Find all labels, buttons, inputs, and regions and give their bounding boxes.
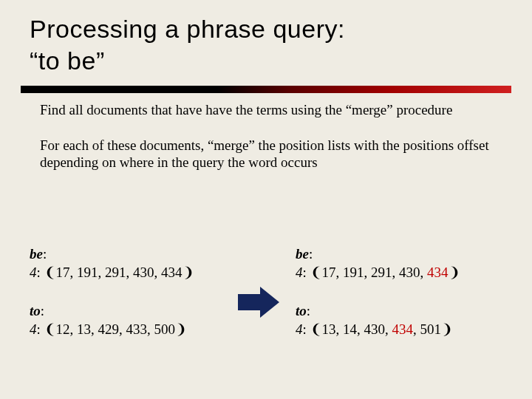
- arrow-icon: [222, 284, 296, 321]
- colon: :: [43, 246, 47, 262]
- left-be-block: be: 4: ❨17, 191, 291, 430, 434❩: [30, 245, 222, 282]
- colon: :: [37, 265, 44, 280]
- position-list: ❨12, 13, 429, 433, 500❩: [44, 321, 188, 337]
- colon: :: [309, 246, 313, 262]
- positions-pre: ❨13, 14, 430,: [310, 321, 392, 337]
- doc-id: 4: [296, 265, 303, 280]
- doc-id: 4: [296, 321, 303, 337]
- term-label: be: [296, 246, 309, 262]
- arrow-shaft: [238, 294, 260, 310]
- positions-post: ❩: [449, 265, 460, 280]
- doc-id: 4: [30, 265, 37, 280]
- colon: :: [37, 321, 44, 337]
- term-label: be: [30, 246, 43, 262]
- highlighted-position: 434: [427, 265, 449, 280]
- right-be-block: be: 4: ❨17, 191, 291, 430, 434❩: [296, 245, 502, 282]
- colon: :: [303, 321, 310, 337]
- example-left-column: be: 4: ❨17, 191, 291, 430, 434❩ to: 4: ❨…: [30, 245, 222, 360]
- title-line-1: Processing a phrase query:: [30, 15, 345, 43]
- positions-pre: ❨17, 191, 291, 430,: [310, 265, 428, 280]
- term-label: to: [30, 303, 41, 318]
- colon: :: [303, 265, 310, 280]
- left-to-block: to: 4: ❨12, 13, 429, 433, 500❩: [30, 302, 222, 338]
- example-row: be: 4: ❨17, 191, 291, 430, 434❩ to: 4: ❨…: [30, 245, 502, 360]
- title-divider: [21, 86, 511, 93]
- term-label: to: [296, 303, 307, 318]
- paragraph-1: Find all documents that have have the te…: [40, 102, 492, 118]
- arrow-head: [260, 287, 279, 318]
- paragraph-2: For each of these documents, “merge” the…: [40, 137, 492, 171]
- position-list: ❨17, 191, 291, 430, 434❩: [44, 265, 194, 280]
- body-text: Find all documents that have have the te…: [40, 102, 492, 190]
- colon: :: [41, 303, 44, 318]
- doc-id: 4: [30, 321, 37, 337]
- example-right-column: be: 4: ❨17, 191, 291, 430, 434❩ to: 4: ❨…: [296, 245, 502, 360]
- right-to-block: to: 4: ❨13, 14, 430, 434, 501❩: [296, 302, 502, 338]
- highlighted-position: 434: [392, 321, 414, 337]
- position-list: ❨13, 14, 430, 434, 501❩: [310, 321, 454, 337]
- colon: :: [307, 303, 310, 318]
- title-line-2: “to be”: [30, 47, 105, 75]
- position-list: ❨17, 191, 291, 430, 434❩: [310, 265, 460, 280]
- positions-post: , 501❩: [413, 321, 453, 337]
- slide-title: Processing a phrase query: “to be”: [30, 13, 345, 76]
